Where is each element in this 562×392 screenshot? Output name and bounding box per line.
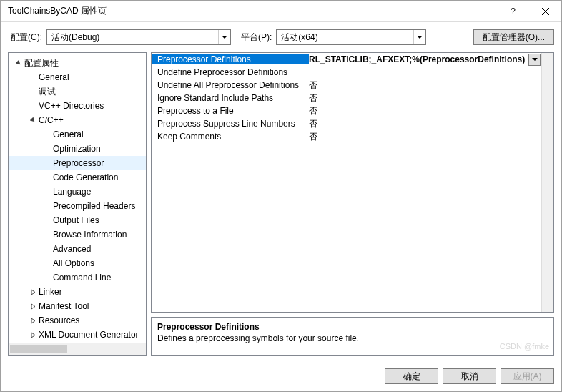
tree-item-label: Precompiled Headers [53, 201, 135, 211]
property-row[interactable]: Undefine Preprocessor Definitions [152, 66, 541, 79]
property-value[interactable]: 否 [309, 92, 541, 104]
description-title: Preprocessor Definitions [157, 322, 548, 332]
dialog-buttons: 确定 取消 应用(A) [1, 361, 561, 391]
property-row[interactable]: Ignore Standard Include Paths否 [152, 92, 541, 104]
tree-item[interactable]: Resources [9, 313, 146, 328]
tree-item[interactable]: General [9, 127, 146, 142]
tree-item-label: Advanced [53, 244, 91, 254]
platform-value: 活动(x64) [277, 31, 413, 44]
close-icon [542, 8, 549, 15]
apply-button[interactable]: 应用(A) [501, 368, 554, 384]
tree-item-label: General [39, 72, 69, 82]
property-name: Preprocess to a File [152, 106, 309, 116]
expand-icon[interactable] [29, 289, 37, 295]
tree-item[interactable]: Output Files [9, 213, 146, 227]
tree-item-label: Linker [39, 287, 62, 297]
property-name: Keep Comments [152, 132, 309, 142]
ok-button[interactable]: 确定 [385, 368, 438, 384]
property-value[interactable]: 否 [309, 79, 541, 92]
collapse-icon[interactable] [29, 117, 37, 124]
property-grid-panel: Preprocessor DefinitionsRL_STATICLIB;_AF… [151, 52, 554, 313]
tree-item[interactable]: Linker [9, 285, 146, 299]
tree-item-label: VC++ Directories [39, 101, 104, 111]
tree-item-label: Browse Information [53, 230, 127, 240]
property-row[interactable]: Keep Comments否 [152, 130, 541, 143]
platform-combo[interactable]: 活动(x64) [276, 29, 426, 45]
tree-item-label: Optimization [53, 144, 101, 154]
description-panel: Preprocessor Definitions Defines a prepr… [151, 317, 554, 356]
tree-item[interactable]: General [9, 70, 146, 84]
tree-item[interactable]: Preprocessor [9, 156, 146, 170]
tree-item-label: 调试 [39, 86, 56, 98]
config-row: 配置(C): 活动(Debug) 平台(P): 活动(x64) 配置管理器(O)… [1, 22, 561, 52]
tree-item[interactable]: Optimization [9, 142, 146, 156]
property-name: Ignore Standard Include Paths [152, 93, 309, 103]
tree-item-label: Command Line [53, 273, 111, 283]
config-manager-button[interactable]: 配置管理器(O)... [473, 29, 554, 45]
tree-item-label: Preprocessor [53, 158, 104, 168]
tree-item[interactable]: Code Generation [9, 170, 146, 185]
tree-item-label: XML Document Generator [39, 330, 139, 340]
property-name: Undefine Preprocessor Definitions [152, 67, 309, 77]
tree-item[interactable]: XML Document Generator [9, 328, 146, 342]
tree-item-label: All Options [53, 258, 94, 268]
tree-item[interactable]: C/C++ [9, 113, 146, 127]
tree-item-label: 配置属性 [24, 57, 59, 69]
tree-item[interactable]: 配置属性 [9, 56, 146, 70]
property-grid[interactable]: Preprocessor DefinitionsRL_STATICLIB;_AF… [152, 53, 541, 312]
tree-item[interactable]: Advanced [9, 242, 146, 256]
cancel-button[interactable]: 取消 [443, 368, 496, 384]
tree-item-label: Resources [39, 315, 79, 325]
tree-item-label: General [53, 129, 84, 139]
property-row[interactable]: Preprocessor DefinitionsRL_STATICLIB;_AF… [152, 53, 541, 66]
tree-item[interactable]: Browse Information [9, 227, 146, 242]
titlebar: ToolChainsByCAD 属性页 ? [1, 1, 561, 22]
property-name: Preprocess Suppress Line Numbers [152, 119, 309, 129]
tree-item[interactable]: All Options [9, 256, 146, 270]
expand-icon[interactable] [29, 303, 37, 310]
property-name: Undefine All Preprocessor Definitions [152, 80, 309, 90]
tree-item[interactable]: 调试 [9, 84, 146, 99]
chevron-down-icon [413, 30, 425, 44]
tree-panel: 配置属性General调试VC++ DirectoriesC/C++Genera… [8, 52, 147, 356]
expand-icon[interactable] [29, 332, 37, 338]
tree-item[interactable]: Command Line [9, 270, 146, 285]
property-row[interactable]: Undefine All Preprocessor Definitions否 [152, 79, 541, 92]
property-row[interactable]: Preprocess to a File否 [152, 104, 541, 117]
window-title: ToolChainsByCAD 属性页 [8, 5, 497, 17]
nav-tree[interactable]: 配置属性General调试VC++ DirectoriesC/C++Genera… [9, 53, 146, 343]
vertical-scrollbar[interactable] [541, 53, 553, 312]
chevron-down-icon [218, 30, 230, 44]
help-button[interactable]: ? [497, 1, 529, 22]
expand-icon[interactable] [29, 318, 37, 324]
collapse-icon[interactable] [14, 60, 23, 67]
chevron-down-icon[interactable] [528, 54, 541, 66]
property-name: Preprocessor Definitions [152, 54, 309, 64]
config-label: 配置(C): [11, 31, 42, 44]
tree-item[interactable]: VC++ Directories [9, 99, 146, 113]
property-value[interactable]: 否 [309, 118, 541, 130]
property-value[interactable]: 否 [309, 105, 541, 117]
tree-item-label: Manifest Tool [39, 301, 89, 311]
property-value[interactable]: 否 [309, 131, 541, 143]
config-value: 活动(Debug) [47, 31, 218, 44]
property-row[interactable]: Preprocess Suppress Line Numbers否 [152, 117, 541, 130]
tree-item[interactable]: Language [9, 185, 146, 199]
horizontal-scrollbar[interactable] [9, 343, 146, 355]
close-button[interactable] [529, 1, 561, 22]
watermark: CSDN @fmke [500, 342, 549, 351]
config-combo[interactable]: 活动(Debug) [46, 29, 231, 45]
tree-item[interactable]: Manifest Tool [9, 299, 146, 313]
description-text: Defines a preprocessing symbols for your… [157, 333, 548, 343]
property-value[interactable]: RL_STATICLIB;_AFXEXT;%(PreprocessorDefin… [309, 54, 541, 66]
platform-label: 平台(P): [241, 31, 272, 44]
tree-item-label: Code Generation [53, 172, 118, 182]
tree-item-label: Language [53, 187, 91, 197]
tree-item-label: C/C++ [39, 115, 64, 125]
tree-item[interactable]: Precompiled Headers [9, 199, 146, 213]
tree-item-label: Output Files [53, 215, 99, 225]
